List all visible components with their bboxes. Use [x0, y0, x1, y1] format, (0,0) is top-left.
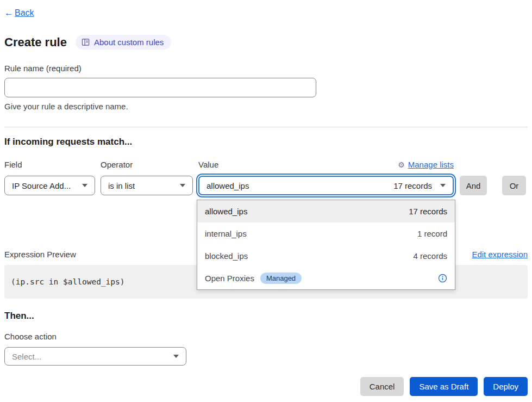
list-item-meta: 1 record	[417, 229, 447, 238]
chevron-down-icon	[82, 184, 87, 187]
list-item-internal-ips[interactable]: internal_ips 1 record	[197, 222, 455, 245]
about-custom-rules-link[interactable]: About custom rules	[76, 35, 171, 50]
book-icon	[82, 38, 90, 46]
then-section-heading: Then...	[4, 311, 528, 321]
and-button[interactable]: And	[460, 176, 487, 195]
expression-preview-label: Expression Preview	[4, 250, 76, 259]
list-item-name: internal_ips	[205, 229, 247, 238]
list-item-name: blocked_ips	[205, 251, 248, 261]
page-title: Create rule	[4, 35, 67, 50]
field-select-value: IP Source Add...	[12, 181, 71, 190]
list-item-meta: 17 records	[409, 207, 447, 216]
field-label: Field	[4, 160, 22, 169]
operator-select-value: is in list	[108, 181, 135, 190]
manage-lists-link[interactable]: ⚙ Manage lists	[398, 160, 454, 169]
operator-select[interactable]: is in list	[101, 176, 193, 195]
footer-actions: Cancel Save as Draft Deploy	[4, 377, 528, 396]
value-column: Value ⚙ Manage lists allowed_ips 17 reco…	[198, 160, 454, 195]
title-row: Create rule About custom rules	[4, 35, 528, 50]
value-dropdown-panel: allowed_ips 17 records internal_ips 1 re…	[197, 200, 455, 290]
action-select-placeholder: Select...	[12, 352, 41, 361]
choose-action-label: Choose action	[4, 332, 528, 341]
section-divider	[4, 127, 528, 127]
gear-icon: ⚙	[398, 160, 405, 169]
rule-name-input[interactable]	[4, 78, 316, 97]
chevron-down-icon	[173, 355, 179, 358]
save-as-draft-button[interactable]: Save as Draft	[410, 377, 478, 396]
action-select[interactable]: Select...	[4, 347, 186, 366]
list-item-blocked-ips[interactable]: blocked_ips 4 records	[197, 245, 455, 267]
back-arrow-icon: ←	[4, 8, 14, 18]
create-rule-page: ←Back Create rule About custom rules Rul…	[0, 0, 532, 396]
about-custom-rules-label: About custom rules	[94, 38, 164, 47]
field-select[interactable]: IP Source Add...	[4, 176, 95, 195]
chevron-down-icon	[180, 184, 185, 187]
match-section-heading: If incoming requests match...	[4, 137, 528, 147]
value-label: Value	[198, 160, 218, 169]
value-select-meta: 17 records	[393, 181, 432, 190]
field-column: Field IP Source Add...	[4, 160, 95, 195]
operator-label: Operator	[101, 160, 133, 169]
deploy-button[interactable]: Deploy	[484, 377, 528, 396]
list-item-allowed-ips[interactable]: allowed_ips 17 records	[197, 200, 455, 222]
chevron-down-icon	[440, 184, 446, 187]
or-button[interactable]: Or	[502, 176, 526, 195]
value-select-value: allowed_ips	[206, 181, 249, 190]
info-icon[interactable]	[438, 274, 447, 283]
back-row: ←Back	[4, 8, 528, 18]
list-item-meta: 4 records	[413, 251, 447, 261]
operator-column: Operator is in list	[101, 160, 193, 195]
managed-badge: Managed	[260, 273, 302, 285]
list-item-open-proxies[interactable]: Open Proxies Managed	[197, 267, 455, 289]
rule-name-label: Rule name (required)	[4, 64, 528, 73]
edit-expression-link[interactable]: Edit expression	[472, 250, 528, 259]
list-item-name: allowed_ips	[205, 207, 247, 216]
back-link-label: Back	[15, 8, 34, 18]
cancel-button[interactable]: Cancel	[360, 377, 404, 396]
expression-code: (ip.src in $allowed_ips)	[11, 277, 125, 286]
manage-lists-label: Manage lists	[408, 160, 454, 169]
rule-name-helper: Give your rule a descriptive name.	[4, 102, 528, 111]
value-select[interactable]: allowed_ips 17 records	[198, 176, 454, 195]
list-item-name: Open Proxies	[205, 274, 254, 283]
back-link[interactable]: ←Back	[4, 8, 34, 18]
match-condition-row: Field IP Source Add... Operator is in li…	[4, 160, 528, 195]
